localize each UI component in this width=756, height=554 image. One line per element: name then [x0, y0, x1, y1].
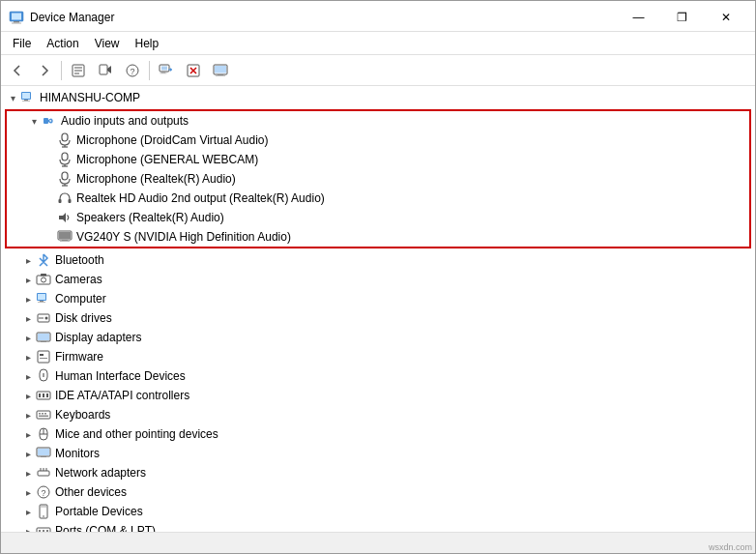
audio-category[interactable]: ▾ Audio inputs and outputs — [7, 111, 749, 131]
toolbar-uninstall[interactable] — [181, 59, 206, 82]
tree-category[interactable]: ▸Ports (COM & LPT) — [1, 521, 755, 532]
category-expand[interactable]: ▸ — [20, 446, 36, 461]
toolbar-back[interactable] — [5, 59, 30, 82]
tree-root[interactable]: ▾ HIMANSHU-COMP — [1, 88, 755, 107]
category-label: Display adapters — [55, 331, 141, 344]
tree-category[interactable]: ▸Computer — [1, 289, 755, 308]
svg-rect-25 — [22, 101, 30, 102]
tree-category[interactable]: ▸Mice and other pointing devices — [1, 424, 755, 444]
category-expand[interactable]: ▸ — [20, 252, 36, 268]
svg-rect-76 — [38, 471, 49, 476]
watermark: wsxdn.com — [709, 542, 752, 552]
tree-category[interactable]: ▸?Other devices — [1, 482, 755, 502]
svg-rect-47 — [38, 294, 45, 300]
category-icon — [36, 388, 51, 403]
svg-rect-74 — [38, 449, 49, 455]
tree-category[interactable]: ▸Bluetooth — [1, 250, 755, 270]
tree-category[interactable]: ▸Keyboards — [1, 405, 755, 424]
category-icon — [36, 368, 51, 384]
category-label: Mice and other pointing devices — [55, 427, 218, 441]
audio-expand[interactable]: ▾ — [26, 113, 42, 129]
category-icon — [36, 349, 51, 364]
toolbar-properties[interactable] — [66, 59, 91, 82]
svg-point-83 — [43, 515, 44, 517]
svg-rect-62 — [39, 394, 41, 397]
tree-category[interactable]: ▸Human Interface Devices — [1, 366, 755, 386]
category-expand[interactable]: ▸ — [20, 388, 36, 403]
svg-rect-20 — [218, 74, 223, 75]
menu-help[interactable]: Help — [128, 35, 167, 52]
category-label: Monitors — [55, 447, 100, 460]
audio-child-5[interactable]: ▸ VG240Y S (NVIDIA High Definition Audio… — [7, 227, 749, 247]
category-expand[interactable]: ▸ — [20, 523, 36, 532]
menu-file[interactable]: File — [5, 35, 39, 52]
menu-action[interactable]: Action — [39, 35, 86, 52]
minimize-button[interactable]: — — [617, 6, 660, 29]
category-icon — [36, 330, 51, 345]
tree-category[interactable]: ▸Network adapters — [1, 463, 755, 482]
category-label: Computer — [55, 292, 106, 306]
monitor-icon-0 — [57, 229, 73, 245]
root-expand[interactable]: ▾ — [5, 90, 20, 105]
toolbar-forward[interactable] — [32, 59, 57, 82]
audio-child-0[interactable]: ▸ Microphone (DroidCam Virtual Audio) — [7, 131, 749, 150]
svg-text:?: ? — [130, 67, 134, 76]
category-icon — [36, 310, 51, 326]
tree-category[interactable]: ▸IDE ATA/ATAPI controllers — [1, 386, 755, 405]
category-label: Human Interface Devices — [55, 369, 186, 383]
audio-child-3[interactable]: ▸ Realtek HD Audio 2nd output (Realtek(R… — [7, 189, 749, 208]
computer-icon — [20, 90, 36, 105]
category-label: Ports (COM & LPT) — [55, 524, 156, 532]
category-expand[interactable]: ▸ — [20, 368, 36, 384]
toolbar-update-driver[interactable] — [93, 59, 118, 82]
svg-rect-75 — [41, 456, 46, 457]
svg-rect-40 — [59, 232, 71, 239]
audio-section: ▾ Audio inputs and outputs ▸ — [5, 109, 751, 248]
svg-marker-38 — [59, 213, 66, 222]
audio-child-2[interactable]: ▸ Microphone (Realtek(R) Audio) — [7, 169, 749, 189]
category-expand[interactable]: ▸ — [20, 407, 36, 423]
svg-rect-56 — [38, 351, 49, 363]
toolbar-display[interactable] — [208, 59, 233, 82]
svg-rect-36 — [59, 199, 62, 203]
category-expand[interactable]: ▸ — [20, 484, 36, 500]
category-expand[interactable]: ▸ — [20, 349, 36, 364]
category-label: Disk drives — [55, 311, 112, 325]
category-expand[interactable]: ▸ — [20, 272, 36, 287]
device-tree[interactable]: ▾ HIMANSHU-COMP ▾ — [1, 86, 755, 532]
audio-child-1[interactable]: ▸ Microphone (GENERAL WEBCAM) — [7, 150, 749, 169]
category-icon — [36, 426, 51, 442]
maximize-button[interactable]: ❐ — [660, 6, 704, 29]
tree-category[interactable]: ▸Firmware — [1, 347, 755, 366]
toolbar-help[interactable]: ? — [120, 59, 145, 82]
audio-child-label-5: VG240Y S (NVIDIA High Definition Audio) — [76, 230, 291, 244]
category-expand[interactable]: ▸ — [20, 330, 36, 345]
audio-icon — [42, 113, 57, 129]
tree-category[interactable]: ▸Disk drives — [1, 308, 755, 328]
svg-rect-37 — [69, 199, 72, 203]
svg-rect-2 — [14, 21, 19, 23]
svg-text:?: ? — [41, 488, 45, 498]
svg-rect-58 — [40, 358, 47, 359]
tree-category[interactable]: ▸Cameras — [1, 270, 755, 289]
category-expand[interactable]: ▸ — [20, 465, 36, 481]
audio-child-label-4: Speakers (Realtek(R) Audio) — [76, 211, 224, 224]
window-title: Device Manager — [30, 11, 114, 24]
audio-child-4[interactable]: ▸ Speakers (Realtek(R) Audio) — [7, 208, 749, 227]
speaker-icon-0 — [57, 210, 73, 225]
menu-view[interactable]: View — [87, 35, 128, 52]
title-bar-controls: — ❐ ✕ — [617, 6, 747, 29]
category-icon — [36, 272, 51, 287]
tree-category[interactable]: ▸Monitors — [1, 444, 755, 463]
category-expand[interactable]: ▸ — [20, 291, 36, 306]
tree-category[interactable]: ▸Display adapters — [1, 328, 755, 347]
category-expand[interactable]: ▸ — [20, 310, 36, 326]
toolbar-scan[interactable] — [154, 59, 179, 82]
close-button[interactable]: ✕ — [704, 6, 747, 29]
mic-icon-0 — [57, 132, 73, 148]
tree-category[interactable]: ▸Portable Devices — [1, 502, 755, 521]
category-expand[interactable]: ▸ — [20, 504, 36, 519]
svg-rect-27 — [62, 133, 68, 141]
svg-point-51 — [45, 317, 48, 320]
category-expand[interactable]: ▸ — [20, 426, 36, 442]
